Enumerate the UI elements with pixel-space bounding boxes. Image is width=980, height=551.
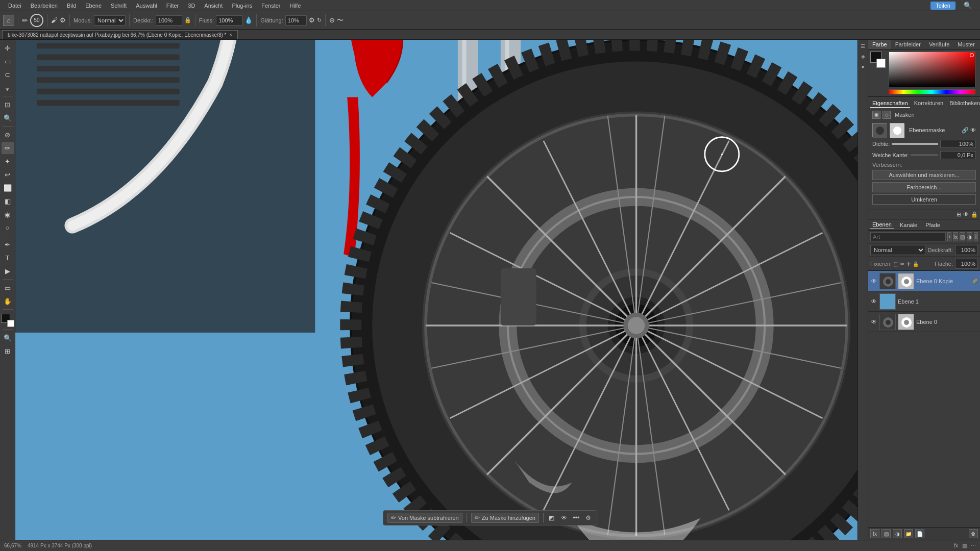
clone-stamp-tool[interactable]: ✦ [2, 155, 14, 167]
layer-link-icon[interactable]: 🔗 [972, 278, 978, 284]
visibility-mask-icon[interactable]: 👁 [560, 514, 568, 522]
lock-all-icon[interactable]: 🔒 [913, 261, 919, 267]
zoom-tool[interactable]: 🔍 [2, 332, 14, 344]
pixel-icon[interactable]: ▣ [872, 111, 880, 119]
mask-btn[interactable]: ▨ [960, 232, 965, 241]
history-brush-tool[interactable]: ↩ [2, 168, 14, 181]
dichte-value[interactable] [940, 140, 976, 148]
canvas-area[interactable] [15, 40, 857, 540]
eigenschaften-tab[interactable]: Eigenschaften [870, 99, 910, 108]
menu-fenster[interactable]: Fenster [257, 2, 284, 10]
more-options-icon[interactable]: ••• [572, 514, 580, 522]
eyedropper-tool[interactable]: 🔍 [2, 112, 14, 124]
vector-icon[interactable]: ◇ [883, 111, 891, 119]
hue-slider[interactable] [889, 89, 975, 94]
menu-ebene[interactable]: Ebene [81, 2, 106, 10]
background-swatch[interactable] [876, 59, 886, 68]
layer-row-ebene0[interactable]: 👁 Ebene 0 [868, 312, 980, 332]
shape-tool[interactable]: ▭ [2, 282, 14, 294]
tool-home-icon[interactable]: ⌂ [3, 15, 14, 26]
share-button[interactable]: Teilen [930, 2, 955, 10]
extras-tool[interactable]: ⊞ [2, 345, 14, 357]
pressure-icon[interactable]: 〜 [337, 16, 344, 25]
adjustment-icon[interactable]: ◈ [859, 52, 867, 60]
korrekturen-tab[interactable]: Korrekturen [912, 99, 945, 108]
eraser-tool[interactable]: ⬜ [2, 182, 14, 194]
brush-preset-icon[interactable]: 🖌 [51, 16, 58, 24]
gradients-tab[interactable]: Verläufe [925, 40, 953, 49]
dodge-tool[interactable]: ○ [2, 221, 14, 234]
mask-icon-status[interactable]: ▨ [962, 543, 967, 548]
deckkraft-layer-input[interactable] [955, 245, 978, 255]
layers-panel-icon[interactable]: ☰ [859, 42, 867, 50]
symmetry-icon[interactable]: ⊕ [329, 16, 335, 24]
lock-icon-top[interactable]: 🔒 [971, 211, 978, 218]
kanaele-tab[interactable]: Kanäle [898, 221, 919, 229]
brush-tool[interactable]: ✏ [2, 142, 14, 154]
color-swatches[interactable] [1, 314, 14, 327]
glattung-settings-icon[interactable]: ⚙ [309, 16, 315, 24]
group-btn[interactable]: T [974, 232, 978, 241]
document-tab[interactable]: bike-3073082 nattapol deejitwasin auf Pi… [2, 30, 238, 39]
fg-bg-swatches[interactable] [870, 52, 887, 68]
grid-icon[interactable]: ⊞ [957, 211, 961, 218]
subtract-from-mask-button[interactable]: ✏ Von Maske subtrahieren [387, 513, 462, 523]
pfade-tab[interactable]: Pfade [923, 221, 942, 229]
fx-btn[interactable]: fx [953, 232, 958, 241]
hand-tool[interactable]: ✋ [2, 295, 14, 307]
fx-icon-status[interactable]: fx [954, 543, 958, 548]
menu-ansicht[interactable]: Ansicht [200, 2, 227, 10]
swatches-tab[interactable]: Farbfelder [891, 40, 925, 49]
blend-mode-select[interactable]: Normal [870, 245, 925, 255]
menu-plugins[interactable]: Plug-ins [228, 2, 256, 10]
layer-search-input[interactable] [870, 232, 946, 241]
menu-auswahl[interactable]: Auswahl [132, 2, 161, 10]
umkehren-button[interactable]: Umkehren [872, 194, 976, 205]
new-layer-btn[interactable]: + [947, 232, 951, 241]
lock-transparent-icon[interactable]: ⬚ [894, 261, 898, 267]
pen-tool[interactable]: ✒ [2, 238, 14, 251]
tab-close-button[interactable]: × [229, 32, 232, 37]
auswahl-maskieren-button[interactable]: Auswählen und maskieren... [872, 170, 976, 180]
spot-heal-tool[interactable]: ⊘ [2, 129, 14, 141]
color-icon[interactable]: ● [859, 62, 867, 70]
bibliotheken-tab[interactable]: Bibliotheken [947, 99, 980, 108]
settings-icon[interactable]: ⚙ [584, 514, 593, 522]
layer-visibility-0[interactable]: 👁 [870, 278, 877, 285]
brush-settings-icon[interactable]: ⚙ [60, 16, 66, 24]
filter-icon[interactable]: ◩ [548, 514, 556, 522]
brush-icon[interactable]: ✏ [22, 16, 28, 24]
lock-paint-icon[interactable]: ✏ [900, 261, 904, 267]
menu-3d[interactable]: 3D [184, 2, 199, 10]
ebenen-tab[interactable]: Ebenen [870, 220, 894, 229]
menu-bild[interactable]: Bild [63, 2, 80, 10]
type-tool[interactable]: T [2, 252, 14, 264]
adjust-btn[interactable]: ◑ [967, 232, 972, 241]
gradient-tool[interactable]: ◧ [2, 195, 14, 207]
menu-bearbeiten[interactable]: Bearbeiten [27, 2, 62, 10]
weiche-kante-value[interactable] [940, 151, 976, 159]
deckkraft-input[interactable] [156, 15, 182, 26]
search-icon[interactable]: 🔍 [960, 1, 976, 10]
menu-filter[interactable]: Filter [162, 2, 183, 10]
crop-tool[interactable]: ⊡ [2, 98, 14, 111]
mask-visibility-icon[interactable]: 👁 [970, 127, 976, 134]
weiche-kante-slider[interactable] [911, 154, 938, 156]
move-tool[interactable]: ✛ [2, 42, 14, 54]
deckkraft-lock-icon[interactable]: 🔒 [184, 17, 191, 23]
farbbereich-button[interactable]: Farbbereich... [872, 182, 976, 192]
fx-footer-btn[interactable]: fx [870, 529, 879, 538]
lasso-tool[interactable]: ⊂ [2, 68, 14, 81]
dichte-slider[interactable] [892, 143, 938, 145]
select-rect-tool[interactable]: ▭ [2, 55, 14, 67]
add-adjustment-footer-btn[interactable]: ◑ [893, 529, 902, 538]
background-color[interactable] [7, 320, 14, 327]
magic-wand-tool[interactable]: ⁎ [2, 82, 14, 94]
brush-angle-icon[interactable]: ↻ [317, 17, 322, 23]
path-select-tool[interactable]: ▶ [2, 265, 14, 277]
visibility-icon-top[interactable]: 👁 [963, 211, 969, 218]
color-tab[interactable]: Farbe [868, 40, 891, 49]
status-more[interactable]: ⋯ [971, 543, 976, 548]
color-gradient[interactable] [889, 52, 975, 87]
glattung-input[interactable] [285, 15, 307, 26]
